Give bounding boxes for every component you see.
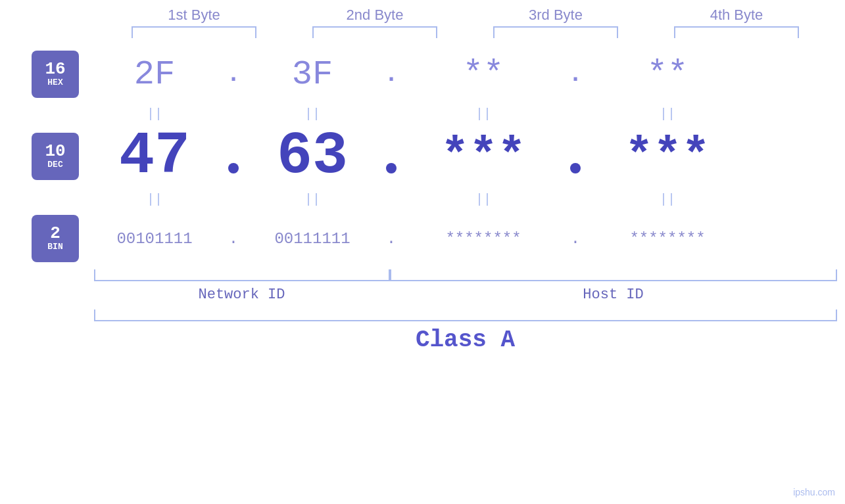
bin-byte3: ******** — [401, 230, 566, 248]
equals-row-1: || || || || — [85, 104, 829, 124]
hex-badge-row: 16 HEX — [32, 45, 85, 104]
eq2-b4: || — [585, 192, 750, 207]
dec-badge-label: DEC — [47, 160, 62, 170]
bin-row: 00101111 . 00111111 . ******** . — [85, 209, 829, 268]
hex-dot3: . — [566, 61, 585, 88]
eq2-b1: || — [85, 192, 224, 207]
equals-row-2: || || || || — [85, 189, 829, 209]
eq1-b4: || — [585, 106, 750, 122]
hex-badge-label: HEX — [47, 78, 62, 88]
dec-row: 47 63 *** *** — [85, 124, 829, 189]
dec-byte3: *** — [401, 129, 566, 183]
eq1-b3: || — [401, 106, 566, 122]
bin-byte1: 00101111 — [85, 230, 224, 248]
dec-badge-number: 10 — [45, 143, 65, 160]
bottom-section: Network ID Host ID Class A — [94, 269, 837, 354]
byte3-header: 3rd Byte — [483, 7, 628, 24]
bin-byte2: 00111111 — [243, 230, 381, 248]
dec-byte2: 63 — [243, 123, 381, 190]
hex-badge-number: 16 — [45, 60, 65, 78]
bin-dot1: . — [224, 230, 243, 248]
hex-dot1: . — [224, 61, 243, 88]
bin-badge-label: BIN — [47, 242, 62, 252]
hex-byte4: ** — [585, 55, 750, 94]
eq2-b3: || — [401, 192, 566, 207]
id-labels: Network ID Host ID — [94, 286, 837, 303]
watermark: ipshu.com — [793, 487, 835, 497]
eq-spacer-1 — [32, 104, 85, 124]
bracket-byte3 — [493, 26, 618, 38]
hex-badge: 16 HEX — [32, 51, 79, 98]
bottom-brackets — [94, 269, 837, 281]
top-brackets — [104, 26, 827, 38]
class-bracket — [94, 309, 837, 321]
class-label: Class A — [94, 327, 837, 354]
badges-column: 16 HEX 10 DEC 2 BIN — [0, 45, 85, 268]
hex-byte3: ** — [401, 55, 566, 94]
dec-dot3 — [566, 137, 585, 177]
bin-dot3: . — [566, 230, 585, 248]
host-id-label: Host ID — [390, 286, 837, 303]
hex-byte1: 2F — [85, 55, 224, 94]
dec-badge: 10 DEC — [32, 133, 79, 180]
bin-badge-row: 2 BIN — [32, 209, 85, 268]
hex-row: 2F . 3F . ** . ** — [85, 45, 829, 104]
eq2-b2: || — [243, 192, 381, 207]
hex-dot2: . — [381, 61, 401, 88]
byte1-header: 1st Byte — [122, 7, 266, 24]
bin-dot2: . — [381, 230, 401, 248]
class-section: Class A — [94, 309, 837, 354]
bracket-byte4 — [674, 26, 799, 38]
byte-headers: 1st Byte 2nd Byte 3rd Byte 4th Byte — [104, 7, 827, 24]
dec-dot2 — [381, 137, 401, 177]
bracket-byte2 — [312, 26, 437, 38]
bracket-byte1 — [132, 26, 256, 38]
dec-dot1 — [224, 137, 243, 177]
dec-byte1: 47 — [85, 123, 224, 190]
byte4-header: 4th Byte — [664, 7, 809, 24]
network-id-label: Network ID — [94, 286, 390, 303]
dec-badge-row: 10 DEC — [32, 124, 85, 189]
main-container: 1st Byte 2nd Byte 3rd Byte 4th Byte 16 H… — [0, 0, 845, 504]
bin-byte4: ******** — [585, 230, 750, 248]
bin-badge: 2 BIN — [32, 215, 79, 262]
host-bracket — [390, 269, 837, 281]
byte2-header: 2nd Byte — [302, 7, 447, 24]
eq1-b1: || — [85, 106, 224, 122]
eq-spacer-2 — [32, 189, 85, 209]
data-rows: 2F . 3F . ** . ** — [85, 45, 845, 268]
hex-byte2: 3F — [243, 55, 381, 94]
eq1-b2: || — [243, 106, 381, 122]
network-bracket — [94, 269, 390, 281]
dec-byte4: *** — [585, 129, 750, 183]
bin-badge-number: 2 — [50, 225, 60, 242]
